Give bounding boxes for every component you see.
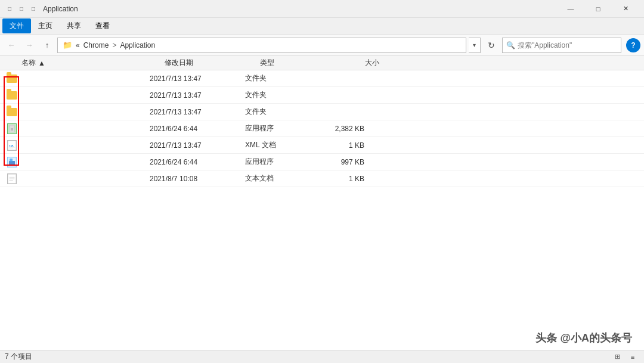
title-icon-1: □: [5, 4, 14, 14]
menu-bar: 文件 主页 共享 查看: [0, 18, 644, 35]
file-row-1[interactable]: 2021/7/13 13:47 文件夹: [0, 87, 644, 104]
col-header-type[interactable]: 类型: [260, 58, 332, 68]
main-area: 名称 ▲ 修改日期 类型 大小 2021/7/13 13:47 文件夹: [0, 56, 644, 350]
file-name-5: [21, 158, 150, 166]
folder-icon-1: [5, 91, 19, 100]
file-date-4: 2021/7/13 13:47: [150, 141, 245, 150]
file-row-5[interactable]: 2021/6/24 6:44 应用程序 997 KB: [0, 154, 644, 170]
window-controls: — □ ✕: [557, 0, 639, 18]
file-type-0: 文件夹: [245, 73, 317, 83]
column-header: 名称 ▲ 修改日期 类型 大小: [0, 56, 644, 70]
file-name-0: [21, 75, 150, 83]
list-view-button[interactable]: ≡: [626, 352, 639, 362]
folder-icon-0: [5, 75, 19, 83]
path-sep: >: [112, 41, 116, 49]
col-header-size[interactable]: 大小: [332, 58, 379, 68]
refresh-button[interactable]: ↻: [483, 38, 500, 53]
path-dropdown[interactable]: ▾: [469, 38, 481, 53]
search-icon: 🔍: [506, 41, 515, 49]
app-icon-3: [5, 123, 19, 134]
file-type-3: 应用程序: [245, 123, 317, 134]
file-type-2: 文件夹: [245, 107, 317, 117]
svg-rect-9: [9, 161, 15, 166]
forward-button[interactable]: →: [21, 38, 37, 53]
txt-icon-6: [5, 173, 19, 184]
file-type-6: 文本文档: [245, 173, 317, 184]
grid-view-button[interactable]: ⊞: [611, 352, 624, 362]
window-title: Application: [43, 5, 557, 13]
file-size-3: 2,382 KB: [317, 125, 364, 133]
address-bar: ← → ↑ 📁 « Chrome > Application ▾ ↻ 🔍 ?: [0, 35, 644, 56]
up-button[interactable]: ↑: [39, 38, 55, 53]
svg-rect-10: [10, 159, 13, 162]
watermark: 头条 @小A的头条号: [535, 331, 632, 345]
help-button[interactable]: ?: [626, 38, 640, 52]
file-name-2: [21, 108, 150, 116]
file-date-0: 2021/7/13 13:47: [150, 75, 245, 83]
file-row-4[interactable]: XML 2021/7/13 13:47 XML 文档 1 KB: [0, 137, 644, 154]
menu-tab-home[interactable]: 主页: [31, 18, 60, 33]
close-button[interactable]: ✕: [612, 0, 639, 18]
file-list: 名称 ▲ 修改日期 类型 大小 2021/7/13 13:47 文件夹: [0, 56, 644, 350]
file-date-1: 2021/7/13 13:47: [150, 91, 245, 100]
file-type-5: 应用程序: [245, 157, 317, 167]
maximize-button[interactable]: □: [584, 0, 612, 18]
title-bar-icons: □ □ □: [5, 4, 38, 14]
path-chrome: Chrome: [83, 41, 109, 49]
search-input[interactable]: [518, 41, 617, 49]
file-row-3[interactable]: 2021/6/24 6:44 应用程序 2,382 KB: [0, 120, 644, 137]
file-name-6: [21, 175, 150, 183]
file-row-0[interactable]: 2021/7/13 13:47 文件夹: [0, 70, 644, 87]
status-bar: 7 个项目 ⊞ ≡: [0, 350, 644, 363]
file-type-1: 文件夹: [245, 90, 317, 100]
title-icon-2: □: [17, 4, 26, 14]
title-icon-3: □: [29, 4, 38, 14]
item-count: 7 个项目: [5, 352, 32, 362]
col-header-date[interactable]: 修改日期: [165, 58, 260, 68]
file-name-3: [21, 125, 150, 133]
svg-text:XML: XML: [9, 144, 15, 147]
file-row-2[interactable]: 2021/7/13 13:47 文件夹: [0, 104, 644, 120]
file-row-6[interactable]: 2021/8/7 10:08 文本文档 1 KB: [0, 170, 644, 187]
search-box[interactable]: 🔍: [502, 38, 621, 53]
path-folder-icon: 📁: [63, 41, 72, 49]
file-size-6: 1 KB: [317, 175, 364, 183]
path-prefix: «: [76, 41, 80, 49]
file-name-1: [21, 91, 150, 100]
file-date-5: 2021/6/24 6:44: [150, 158, 245, 166]
path-current: Application: [120, 41, 155, 49]
file-size-5: 997 KB: [317, 158, 364, 166]
file-date-3: 2021/6/24 6:44: [150, 125, 245, 133]
file-type-4: XML 文档: [245, 140, 317, 150]
sort-icon: ▲: [38, 59, 45, 67]
file-date-6: 2021/8/7 10:08: [150, 175, 245, 183]
xml-icon-4: XML: [5, 140, 19, 151]
back-button[interactable]: ←: [4, 38, 19, 53]
app-icon-5: [5, 157, 19, 167]
file-date-2: 2021/7/13 13:47: [150, 108, 245, 116]
minimize-button[interactable]: —: [557, 0, 584, 18]
address-path[interactable]: 📁 « Chrome > Application: [57, 38, 466, 53]
file-name-4: [21, 141, 150, 150]
folder-icon-2: [5, 108, 19, 116]
menu-tab-share[interactable]: 共享: [60, 18, 88, 33]
col-header-name[interactable]: 名称 ▲: [21, 58, 165, 68]
view-controls: ⊞ ≡: [611, 352, 639, 362]
menu-tab-file[interactable]: 文件: [2, 18, 31, 33]
file-size-4: 1 KB: [317, 141, 364, 150]
title-bar: □ □ □ Application — □ ✕: [0, 0, 644, 18]
menu-tab-view[interactable]: 查看: [88, 18, 117, 33]
